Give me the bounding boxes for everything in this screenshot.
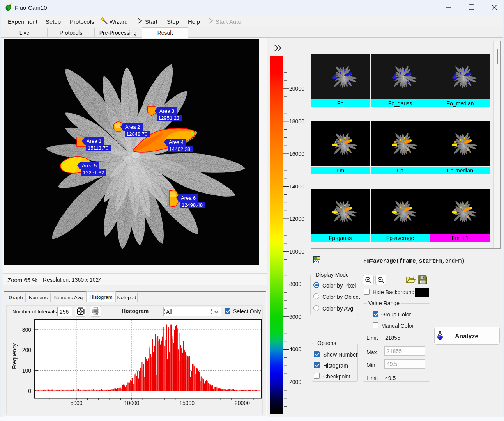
- svg-text:14402.28: 14402.28: [169, 146, 190, 152]
- svg-text:20000: 20000: [289, 85, 304, 92]
- svg-text:16000: 16000: [289, 151, 304, 157]
- svg-text:Area 4: Area 4: [169, 139, 184, 145]
- svg-text:2000: 2000: [289, 379, 301, 385]
- svg-text:Area 1: Area 1: [87, 138, 101, 144]
- svg-text:12848.70: 12848.70: [126, 131, 147, 137]
- svg-text:10000: 10000: [289, 249, 304, 255]
- svg-text:Area 2: Area 2: [125, 124, 140, 130]
- svg-text:14000: 14000: [289, 183, 304, 190]
- svg-text:15000: 15000: [179, 400, 195, 406]
- svg-text:5000: 5000: [70, 400, 82, 406]
- svg-text:300: 300: [22, 327, 32, 333]
- svg-text:15113.70: 15113.70: [88, 145, 108, 151]
- svg-text:10000: 10000: [124, 400, 139, 406]
- svg-text:8000: 8000: [289, 281, 301, 287]
- svg-text:6000: 6000: [289, 314, 301, 320]
- svg-text:Area 5: Area 5: [82, 163, 97, 169]
- svg-text:4000: 4000: [289, 346, 301, 352]
- svg-text:Frequency: Frequency: [11, 343, 18, 369]
- svg-text:0: 0: [28, 388, 31, 394]
- svg-text:Area 3: Area 3: [159, 108, 174, 114]
- svg-text:12498.48: 12498.48: [182, 202, 203, 208]
- svg-text:18000: 18000: [289, 118, 304, 124]
- svg-text:20000: 20000: [235, 400, 250, 406]
- svg-text:12000: 12000: [289, 216, 304, 222]
- svg-text:200: 200: [22, 347, 32, 353]
- svg-text:100: 100: [22, 368, 32, 374]
- svg-text:12251.32: 12251.32: [83, 170, 104, 176]
- svg-text:Area 6: Area 6: [181, 195, 196, 201]
- svg-text:12951.23: 12951.23: [158, 115, 179, 121]
